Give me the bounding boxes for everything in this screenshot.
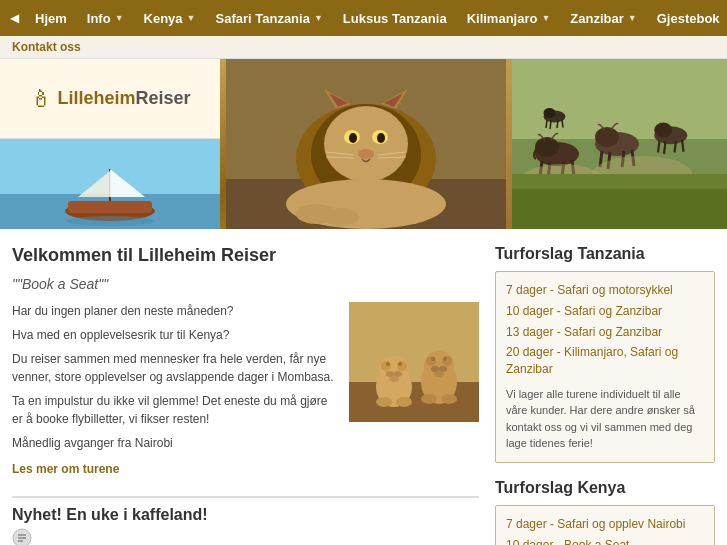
svg-point-17	[358, 149, 374, 159]
bottom-title: Nyhet! En uke i kaffeland!	[12, 506, 479, 524]
svg-line-47	[675, 141, 677, 153]
tz-link-4[interactable]: 20 dager - Kilimanjaro, Safari og Zanzib…	[506, 344, 704, 378]
svg-point-82	[441, 394, 457, 404]
wildebeest-svg	[512, 59, 727, 229]
kontakt-bar: Kontakt oss	[0, 36, 727, 59]
svg-point-12	[324, 106, 408, 182]
para-4: Ta en impulstur du ikke vil glemme! Det …	[12, 392, 339, 428]
svg-point-76	[431, 357, 435, 361]
nav-scroll-left[interactable]: ◀	[4, 0, 25, 36]
tanzania-title: Turforslag Tanzania	[495, 245, 715, 263]
nav-item-gjestebok[interactable]: Gjestebok	[647, 0, 727, 36]
nav-item-kilimanjaro[interactable]: Kilimanjaro ▼	[457, 0, 561, 36]
svg-rect-30	[512, 59, 727, 139]
para-2: Hva med en opplevelsesrik tur til Kenya?	[12, 326, 339, 344]
svg-point-38	[595, 127, 619, 147]
bottom-section: Nyhet! En uke i kaffeland!	[12, 496, 479, 545]
svg-line-54	[562, 120, 563, 128]
nav-item-kenya[interactable]: Kenya ▼	[134, 0, 206, 36]
para-3: Du reiser sammen med mennesker fra hele …	[12, 350, 339, 386]
tz-description: Vi lager alle turene individuelt til all…	[506, 386, 704, 452]
svg-point-77	[443, 357, 447, 361]
nav-arrow-kenya: ▼	[187, 13, 196, 23]
svg-point-71	[396, 397, 412, 407]
logo-icon: 🕯	[29, 85, 53, 113]
nav-arrow-zanzibar: ▼	[628, 13, 637, 23]
svg-point-16	[377, 133, 385, 143]
nav-item-hjem[interactable]: Hjem	[25, 0, 77, 36]
svg-point-81	[421, 394, 437, 404]
svg-point-83	[13, 529, 31, 545]
svg-point-66	[398, 362, 402, 366]
article-block: Har du ingen planer den neste måneden? H…	[12, 302, 479, 484]
para-5: Månedlig avganger fra Nairobi	[12, 434, 339, 452]
tz-link-3[interactable]: 13 dager - Safari og Zanzibar	[506, 324, 704, 341]
welcome-title: Velkommen til Lilleheim Reiser	[12, 245, 479, 266]
svg-point-24	[323, 208, 359, 226]
svg-point-7	[66, 216, 154, 226]
svg-line-48	[682, 140, 684, 152]
lion-image	[220, 59, 512, 229]
svg-point-74	[426, 356, 436, 366]
kenya-title: Turforslag Kenya	[495, 479, 715, 497]
nav-arrow-info: ▼	[115, 13, 124, 23]
wildebeest-image	[512, 59, 727, 229]
cubs-svg	[349, 302, 479, 422]
lion-svg	[220, 59, 512, 229]
svg-line-51	[546, 120, 547, 128]
svg-point-32	[535, 137, 559, 157]
svg-point-15	[349, 133, 357, 143]
svg-point-80	[434, 371, 444, 377]
book-a-seat: ""Book a Seat""	[12, 276, 479, 292]
svg-point-64	[397, 361, 407, 371]
logo-text: LilleheimReiser	[57, 88, 190, 109]
tz-link-2[interactable]: 10 dager - Safari og Zanzibar	[506, 303, 704, 320]
svg-line-45	[658, 141, 660, 153]
article-image	[349, 302, 479, 422]
svg-point-44	[654, 123, 672, 138]
boat-image	[0, 139, 220, 229]
svg-point-75	[442, 356, 452, 366]
svg-line-52	[550, 121, 551, 130]
kenya-box: 7 dager - Safari og opplev Nairobi 10 da…	[495, 505, 715, 545]
svg-point-50	[544, 108, 556, 118]
nav-arrow-kilimanjaro: ▼	[541, 13, 550, 23]
main-content: Velkommen til Lilleheim Reiser ""Book a …	[0, 229, 727, 545]
article-icon	[12, 528, 32, 545]
hero-section: 🕯 LilleheimReiser	[0, 59, 727, 229]
tanzania-box: 7 dager - Safari og motorsykkel 10 dager…	[495, 271, 715, 463]
svg-point-69	[389, 376, 399, 382]
svg-rect-3	[68, 201, 152, 213]
hero-left-panel: 🕯 LilleheimReiser	[0, 59, 220, 229]
les-mer-link[interactable]: Les mer om turene	[12, 462, 119, 476]
main-nav: ◀ Hjem Info ▼ Kenya ▼ Safari Tanzania ▼ …	[0, 0, 727, 36]
ke-link-1[interactable]: 7 dager - Safari og opplev Nairobi	[506, 516, 704, 533]
left-column: Velkommen til Lilleheim Reiser ""Book a …	[12, 245, 479, 545]
tz-link-1[interactable]: 7 dager - Safari og motorsykkel	[506, 282, 704, 299]
bottom-text	[12, 528, 479, 545]
nav-item-zanzibar[interactable]: Zanzibar ▼	[560, 0, 646, 36]
ke-link-2[interactable]: 10 dager - Book a Seat	[506, 537, 704, 545]
nav-item-luksus-tz[interactable]: Luksus Tanzania	[333, 0, 457, 36]
logo-container: 🕯 LilleheimReiser	[0, 59, 220, 139]
svg-line-46	[664, 141, 666, 154]
para-1: Har du ingen planer den neste måneden?	[12, 302, 339, 320]
svg-point-70	[376, 397, 392, 407]
svg-point-63	[381, 361, 391, 371]
right-column: Turforslag Tanzania 7 dager - Safari og …	[495, 245, 715, 545]
boat-svg	[0, 139, 220, 229]
article-text: Har du ingen planer den neste måneden? H…	[12, 302, 339, 484]
svg-point-65	[386, 362, 390, 366]
nav-item-safari-tz[interactable]: Safari Tanzania ▼	[206, 0, 333, 36]
svg-rect-58	[512, 189, 727, 229]
nav-arrow-safari-tz: ▼	[314, 13, 323, 23]
nav-item-info[interactable]: Info ▼	[77, 0, 134, 36]
svg-rect-60	[349, 382, 479, 422]
svg-line-53	[557, 120, 558, 128]
